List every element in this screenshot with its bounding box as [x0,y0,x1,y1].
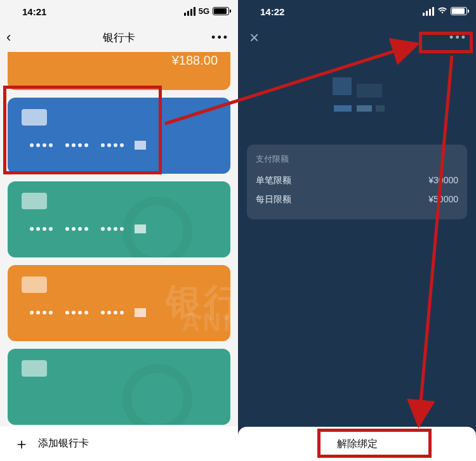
limit-label: 每日限额 [256,194,291,205]
signal-bars-icon [184,7,195,16]
card-number-masked [30,143,124,147]
screen-card-list: 14:21 5G ‹ 银行卡 ••• ¥188.00 [0,0,238,461]
card-watermark-icon [122,364,192,425]
more-button[interactable]: ••• [211,31,229,44]
bank-card-2[interactable] [8,98,230,174]
wifi-icon [437,6,447,16]
bank-logo [329,77,386,128]
card-number-masked [30,227,124,231]
add-card-button[interactable]: ＋ 添加银行卡 [0,425,238,461]
signal-label: 5G [199,6,209,16]
titlebar: ‹ 银行卡 ••• [0,23,238,52]
page-title: 银行卡 [103,30,135,45]
limits-panel: 支付限额 单笔限额 ¥30000 每日限额 ¥50000 [247,145,467,219]
clock: 14:21 [22,6,46,17]
battery-icon [213,7,229,15]
unbind-button[interactable]: 解除绑定 [238,427,476,461]
bank-card-4[interactable]: 银行 ANK [8,265,230,341]
card-watermark-icon [122,197,192,257]
card-number-tail [135,308,146,317]
bank-card-1[interactable]: ¥188.00 [8,52,230,90]
limits-title: 支付限额 [256,153,458,165]
limit-label: 单笔限额 [256,175,291,186]
card-number-tail [135,141,146,150]
clock: 14:22 [260,6,284,17]
battery-icon [451,7,467,15]
back-button[interactable]: ‹ [6,29,11,46]
card-watermark-text2: ANK [182,308,230,337]
unbind-label: 解除绑定 [337,438,378,451]
card-chip-icon [22,276,47,293]
card-number-tail [135,224,146,233]
card-amount: ¥188.00 [172,53,218,68]
card-chip-icon [22,360,47,377]
bank-card-3[interactable] [8,181,230,257]
status-bar: 14:21 5G [0,0,238,23]
close-button[interactable]: × [249,28,259,48]
titlebar: × ••• [238,23,476,52]
limit-row: 每日限额 ¥50000 [256,190,458,209]
limit-row: 单笔限额 ¥30000 [256,171,458,190]
more-button[interactable]: ••• [449,31,467,44]
add-card-label: 添加银行卡 [38,437,89,450]
limit-value: ¥30000 [428,175,458,186]
bank-card-5[interactable] [8,349,230,425]
limit-value: ¥50000 [428,194,458,205]
card-chip-icon [22,109,47,126]
status-bar: 14:22 [238,0,476,23]
plus-icon: ＋ [14,434,29,454]
card-number-masked [30,311,124,315]
signal-bars-icon [423,7,434,16]
card-chip-icon [22,193,47,209]
card-list[interactable]: ¥188.00 银行 ANK [0,52,238,425]
screen-card-detail: 14:22 × ••• 支付限额 单笔限额 ¥30000 每日限额 ¥50000… [238,0,476,461]
